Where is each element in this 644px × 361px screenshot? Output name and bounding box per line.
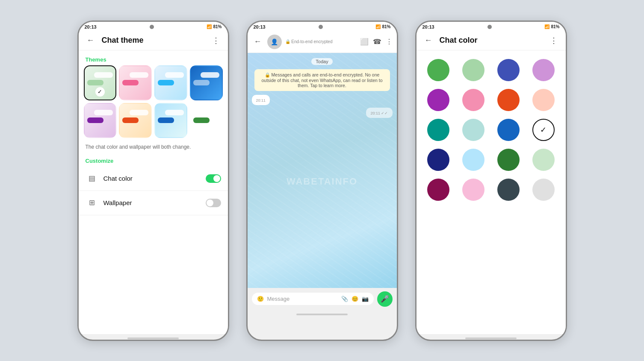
- more-options-icon[interactable]: ⋮: [386, 38, 393, 46]
- chat-color-icon: ▤: [86, 172, 98, 185]
- date-badge: Today: [248, 57, 397, 65]
- chat-color-row[interactable]: ▤ Chat color: [79, 167, 228, 191]
- theme-desc-text: The chat color and wallpaper will both c…: [79, 142, 228, 155]
- color-baby-pink[interactable]: [462, 179, 484, 201]
- theme-bubble-out-5: [130, 110, 148, 115]
- wallpaper-row[interactable]: ⊞ Wallpaper: [79, 191, 228, 215]
- theme-bubble-out-6: [165, 110, 184, 115]
- chat-body: WABETAINFO Today 🔒 Messages and calls ar…: [248, 53, 397, 310]
- back-button-left[interactable]: ←: [85, 35, 97, 47]
- theme-bubble-in-0: [87, 80, 103, 85]
- emoji-icon[interactable]: 🙂: [257, 296, 264, 302]
- theme-item-6[interactable]: [154, 103, 187, 138]
- customize-label: Customize: [79, 155, 228, 167]
- time-left: 20:13: [85, 24, 97, 29]
- theme-item-4[interactable]: [84, 103, 117, 138]
- home-bar-middle: [296, 314, 348, 315]
- sticker-icon[interactable]: 😊: [352, 296, 358, 302]
- color-selected-check: ✓: [540, 125, 547, 135]
- encrypted-msg: 🔒 Messages and calls are end-to-end encr…: [254, 69, 390, 91]
- chat-input-bar: 🙂 Message 📎 😊 📷 🎤: [248, 288, 397, 310]
- home-bar-right: [465, 338, 517, 339]
- chat-wallpaper: WABETAINFO: [248, 53, 397, 310]
- encrypted-badge: 🔒 End-to-end encrypted: [285, 39, 357, 44]
- app-bar-left: ← Chat theme ⋮: [79, 31, 228, 50]
- voice-call-icon[interactable]: ☎: [373, 38, 381, 46]
- theme-item-7[interactable]: [190, 103, 223, 138]
- theme-bubble-out-2: [165, 72, 184, 78]
- theme-bubble-in-4: [87, 117, 103, 123]
- home-bar-left: [127, 338, 179, 339]
- message-input[interactable]: 🙂 Message 📎 😊 📷: [252, 293, 374, 305]
- color-peach[interactable]: [532, 89, 555, 111]
- theme-item-0[interactable]: ✓: [84, 65, 117, 100]
- camera-dot-left: [150, 25, 154, 29]
- avatar: 👤: [267, 35, 282, 49]
- color-light-blue[interactable]: [462, 149, 484, 171]
- video-call-icon[interactable]: ⬜: [360, 38, 369, 46]
- color-purple[interactable]: [427, 89, 449, 111]
- theme-item-1[interactable]: [119, 65, 152, 100]
- color-light-green[interactable]: [462, 59, 484, 81]
- chat-header-actions: ⬜ ☎ ⋮: [360, 38, 393, 46]
- status-bar-right: 20:13 📶 81%: [417, 22, 566, 31]
- color-navy[interactable]: [427, 149, 449, 171]
- theme-bubble-in-7: [193, 117, 210, 123]
- color-blue[interactable]: [497, 119, 520, 141]
- theme-bubble-out-7: [201, 110, 219, 115]
- color-indigo[interactable]: [497, 59, 520, 81]
- color-light-mint[interactable]: [532, 149, 555, 171]
- status-bar-middle: 20:13 📶 81%: [248, 22, 397, 31]
- color-red-orange[interactable]: [497, 89, 520, 111]
- theme-item-5[interactable]: [119, 103, 152, 138]
- theme-bubble-in-5: [122, 117, 139, 123]
- theme-bubble-in-6: [158, 117, 174, 123]
- bubble-received: 20:11 ✓✓: [366, 108, 392, 118]
- theme-bubble-out-0: [94, 72, 113, 78]
- wallpaper-label: Wallpaper: [103, 199, 206, 206]
- color-light-gray[interactable]: [532, 179, 555, 201]
- color-screen-content: ✓: [417, 50, 566, 334]
- theme-check-0: ✓: [95, 87, 105, 97]
- theme-item-2[interactable]: [154, 65, 187, 100]
- theme-bubble-in-2: [158, 80, 174, 85]
- theme-bubble-out-3: [201, 72, 219, 78]
- color-mint[interactable]: [462, 119, 484, 141]
- mic-button[interactable]: 🎤: [377, 291, 393, 307]
- back-button-right[interactable]: ←: [422, 35, 434, 47]
- bubble-sent: 20:11: [252, 95, 270, 105]
- color-dark-gray[interactable]: [497, 179, 520, 201]
- chat-back-button[interactable]: ←: [252, 36, 264, 48]
- camera-icon[interactable]: 📷: [362, 296, 369, 302]
- color-white-selected[interactable]: ✓: [532, 119, 555, 141]
- chat-phone: 20:13 📶 81% ← 👤 🔒 End-to-end encrypted ⬜…: [246, 21, 398, 341]
- status-bar-left: 20:13 📶 81%: [79, 22, 228, 31]
- color-pink-light[interactable]: [462, 89, 484, 111]
- watermark: WABETAINFO: [287, 176, 357, 187]
- color-maroon[interactable]: [427, 179, 449, 201]
- screen-title-right: Chat color: [440, 36, 548, 45]
- more-button-right[interactable]: ⋮: [548, 35, 560, 47]
- color-grid: ✓: [417, 50, 566, 209]
- theme-bubble-in-1: [122, 80, 139, 85]
- color-dark-green[interactable]: [497, 149, 520, 171]
- wallpaper-toggle[interactable]: [206, 199, 221, 207]
- color-green[interactable]: [427, 59, 449, 81]
- chat-color-toggle[interactable]: [206, 174, 221, 183]
- chat-color-phone: 20:13 📶 81% ← Chat color ⋮: [415, 21, 567, 341]
- themes-section-label: Themes: [79, 50, 228, 65]
- time-right: 20:13: [422, 24, 434, 29]
- app-bar-right: ← Chat color ⋮: [417, 31, 566, 50]
- color-teal[interactable]: [427, 119, 449, 141]
- theme-bubble-out-1: [130, 72, 148, 78]
- message-received: 20:11 ✓✓: [248, 106, 397, 119]
- status-icons-middle: 📶 81%: [375, 24, 390, 29]
- msg-time-sent: 20:11: [256, 98, 266, 103]
- color-light-purple[interactable]: [532, 59, 555, 81]
- status-icons-right: 📶 81%: [544, 24, 559, 29]
- more-button-left[interactable]: ⋮: [210, 35, 222, 47]
- theme-item-3[interactable]: [190, 65, 223, 100]
- status-icons-left: 📶 81%: [207, 24, 222, 29]
- chat-theme-phone: 20:13 📶 81% ← Chat theme ⋮ Themes ✓: [77, 21, 229, 341]
- attach-icon[interactable]: 📎: [341, 296, 348, 302]
